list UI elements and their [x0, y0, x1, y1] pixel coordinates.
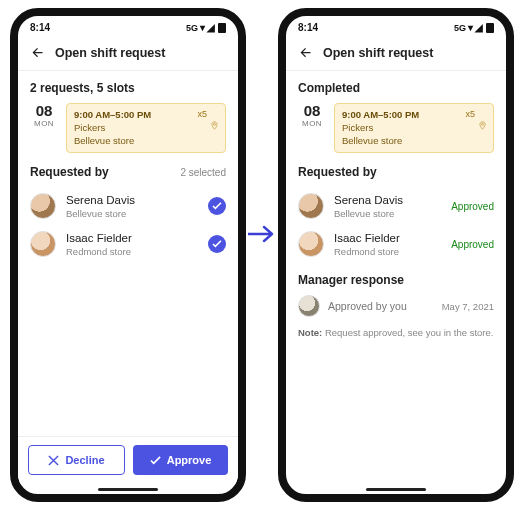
shift-location: Bellevue store: [74, 135, 218, 148]
requester-name: Serena Davis: [334, 194, 441, 208]
status-time: 8:14: [298, 22, 318, 33]
top-bar: Open shift request: [18, 37, 238, 71]
shift-card[interactable]: 9:00 AM–5:00 PM Pickers Bellevue store x…: [66, 103, 226, 153]
requester-row[interactable]: Serena Davis Bellevue store: [30, 187, 226, 225]
check-icon: [150, 455, 161, 466]
shift-block: 08 MON 9:00 AM–5:00 PM Pickers Bellevue …: [30, 103, 226, 153]
avatar: [298, 193, 324, 219]
status-time: 8:14: [30, 22, 50, 33]
check-icon: [212, 240, 222, 248]
battery-icon: [218, 23, 226, 33]
selected-check[interactable]: [208, 197, 226, 215]
signal-icon: ◢: [475, 23, 483, 33]
summary-line: Completed: [298, 81, 494, 95]
requester-text: Serena Davis Bellevue store: [334, 194, 441, 219]
date-column: 08 MON: [30, 103, 58, 153]
section-title: Manager response: [298, 273, 404, 287]
manager-row: Approved by you May 7, 2021: [298, 295, 494, 317]
shift-card[interactable]: 9:00 AM–5:00 PM Pickers Bellevue store x…: [334, 103, 494, 153]
content-area: Completed 08 MON 9:00 AM–5:00 PM Pickers…: [286, 71, 506, 485]
page-title: Open shift request: [323, 46, 433, 60]
arrow-left-icon: [30, 45, 45, 60]
requester-text: Isaac Fielder Redmond store: [334, 232, 441, 257]
date-dayofweek: MON: [30, 119, 58, 128]
status-indicators: 5G ▾ ◢: [186, 23, 226, 33]
shift-location: Bellevue store: [342, 135, 486, 148]
page-title: Open shift request: [55, 46, 165, 60]
home-indicator: [98, 488, 158, 491]
requester-text: Serena Davis Bellevue store: [66, 194, 198, 219]
requester-name: Serena Davis: [66, 194, 198, 208]
requester-store: Redmond store: [66, 246, 198, 257]
shift-role: Pickers: [74, 122, 218, 135]
requester-store: Bellevue store: [334, 208, 441, 219]
battery-icon: [486, 23, 494, 33]
avatar: [30, 193, 56, 219]
action-footer: Decline Approve: [18, 436, 238, 485]
location-pin-icon: [478, 120, 487, 135]
summary-line: 2 requests, 5 slots: [30, 81, 226, 95]
manager-date: May 7, 2021: [442, 301, 494, 312]
phone-before: 8:14 5G ▾ ◢ Open shift request 2 request…: [10, 8, 246, 502]
approve-label: Approve: [167, 454, 212, 466]
requester-store: Bellevue store: [66, 208, 198, 219]
date-number: 08: [30, 103, 58, 118]
top-bar: Open shift request: [286, 37, 506, 71]
note-row: Note: Request approved, see you in the s…: [298, 327, 494, 338]
manager-avatar: [298, 295, 320, 317]
network-label: 5G: [186, 23, 198, 33]
requester-row[interactable]: Isaac Fielder Redmond store Approved: [298, 225, 494, 263]
section-title: Requested by: [30, 165, 109, 179]
slots-badge: x5: [465, 108, 475, 120]
check-icon: [212, 202, 222, 210]
status-indicators: 5G ▾ ◢: [454, 23, 494, 33]
status-bar: 8:14 5G ▾ ◢: [286, 16, 506, 37]
requester-row[interactable]: Isaac Fielder Redmond store: [30, 225, 226, 263]
requester-name: Isaac Fielder: [334, 232, 441, 246]
decline-label: Decline: [65, 454, 104, 466]
arrow-left-icon: [298, 45, 313, 60]
requester-store: Redmond store: [334, 246, 441, 257]
content-area: 2 requests, 5 slots 08 MON 9:00 AM–5:00 …: [18, 71, 238, 485]
shift-time: 9:00 AM–5:00 PM: [74, 109, 218, 122]
date-number: 08: [298, 103, 326, 118]
x-icon: [48, 455, 59, 466]
requested-by-header: Requested by 2 selected: [30, 165, 226, 179]
avatar: [30, 231, 56, 257]
location-pin-icon: [210, 120, 219, 135]
approve-button[interactable]: Approve: [133, 445, 228, 475]
shift-block: 08 MON 9:00 AM–5:00 PM Pickers Bellevue …: [298, 103, 494, 153]
selected-check[interactable]: [208, 235, 226, 253]
phone-after: 8:14 5G ▾ ◢ Open shift request Completed…: [278, 8, 514, 502]
network-label: 5G: [454, 23, 466, 33]
home-indicator: [366, 488, 426, 491]
requested-by-header: Requested by: [298, 165, 494, 179]
shift-role: Pickers: [342, 122, 486, 135]
status-bar: 8:14 5G ▾ ◢: [18, 16, 238, 37]
transition-arrow-icon: [248, 224, 278, 244]
requester-row[interactable]: Serena Davis Bellevue store Approved: [298, 187, 494, 225]
note-label: Note:: [298, 327, 322, 338]
avatar: [298, 231, 324, 257]
selected-count: 2 selected: [180, 167, 226, 178]
status-approved: Approved: [451, 239, 494, 250]
status-approved: Approved: [451, 201, 494, 212]
date-dayofweek: MON: [298, 119, 326, 128]
requester-text: Isaac Fielder Redmond store: [66, 232, 198, 257]
back-button[interactable]: [298, 45, 313, 60]
signal-icon: ◢: [207, 23, 215, 33]
section-title: Requested by: [298, 165, 377, 179]
note-text: Request approved, see you in the store.: [325, 327, 493, 338]
manager-response-header: Manager response: [298, 273, 494, 287]
date-column: 08 MON: [298, 103, 326, 153]
requester-name: Isaac Fielder: [66, 232, 198, 246]
wifi-icon: ▾: [200, 23, 205, 33]
decline-button[interactable]: Decline: [28, 445, 125, 475]
wifi-icon: ▾: [468, 23, 473, 33]
shift-time: 9:00 AM–5:00 PM: [342, 109, 486, 122]
slots-badge: x5: [197, 108, 207, 120]
back-button[interactable]: [30, 45, 45, 60]
manager-status-text: Approved by you: [328, 300, 434, 312]
